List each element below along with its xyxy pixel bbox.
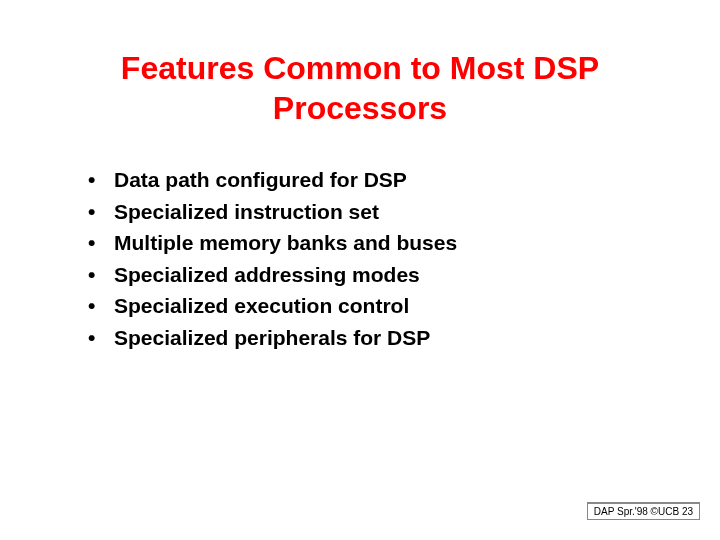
bullet-list: Data path configured for DSP Specialized… [60,164,660,353]
list-item: Data path configured for DSP [88,164,660,196]
list-item: Specialized execution control [88,290,660,322]
list-item: Specialized peripherals for DSP [88,322,660,354]
slide-footer: DAP Spr.'98 ©UCB 23 [587,502,700,520]
list-item: Specialized instruction set [88,196,660,228]
slide: Features Common to Most DSP Processors D… [0,0,720,540]
list-item: Multiple memory banks and buses [88,227,660,259]
slide-title: Features Common to Most DSP Processors [60,48,660,128]
list-item: Specialized addressing modes [88,259,660,291]
